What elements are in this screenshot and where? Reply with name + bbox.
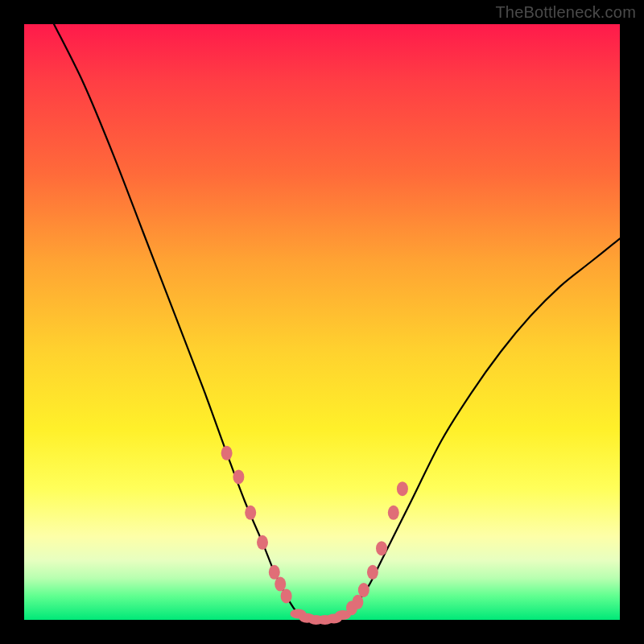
data-marker xyxy=(397,481,408,496)
markers-flat-bottom xyxy=(290,609,351,625)
data-marker xyxy=(367,565,378,580)
markers-left-branch xyxy=(221,446,292,604)
bottleneck-curve xyxy=(54,24,620,621)
data-marker xyxy=(233,469,244,484)
data-marker xyxy=(281,588,292,603)
curve-svg xyxy=(24,24,620,620)
data-marker xyxy=(257,535,268,550)
plot-area xyxy=(24,24,620,620)
data-marker xyxy=(352,595,363,609)
data-marker xyxy=(269,565,280,580)
markers-right-branch xyxy=(346,481,408,615)
data-marker xyxy=(221,446,233,460)
data-marker xyxy=(275,577,286,592)
data-marker xyxy=(376,541,387,555)
data-marker xyxy=(388,506,399,520)
watermark-text: TheBottleneck.com xyxy=(495,3,636,22)
chart-frame: TheBottleneck.com xyxy=(0,0,644,644)
data-marker xyxy=(245,506,256,520)
data-marker xyxy=(358,583,369,597)
